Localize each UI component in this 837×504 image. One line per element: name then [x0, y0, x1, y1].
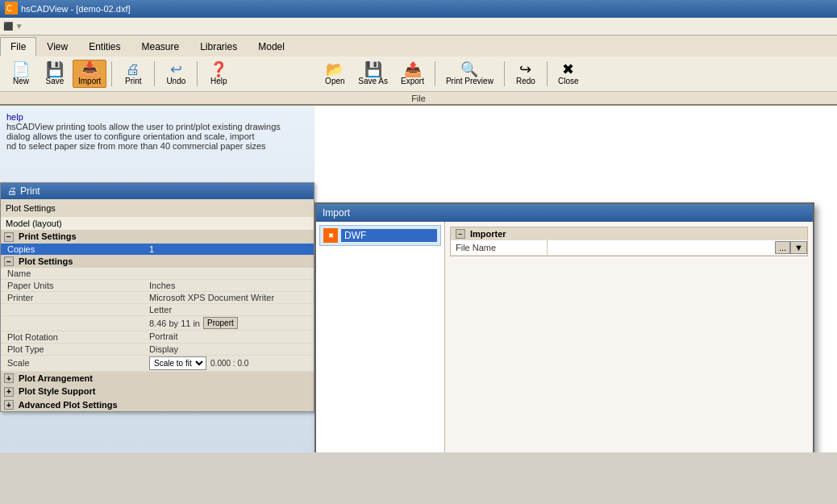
print-button[interactable]: 🖨 Print: [117, 60, 149, 88]
print-icon: 🖨: [126, 62, 140, 77]
paper-dim-row: 8.46 by 11 in Propert: [1, 316, 314, 331]
tab-file[interactable]: File: [0, 37, 36, 56]
paper-dim-empty: [1, 316, 146, 331]
advanced-plot-expand[interactable]: +: [4, 400, 14, 410]
ribbon: File View Entities Measure Libraries Mod…: [0, 35, 837, 106]
plot-arrangement-section: + Plot Arrangement: [1, 371, 314, 385]
window-title: hsCADView - [demo-02.dxf]: [21, 4, 131, 14]
tab-measure[interactable]: Measure: [131, 37, 190, 56]
import-icon: 📥: [81, 62, 98, 77]
filename-input[interactable]: [552, 243, 770, 252]
copies-row: Copies: [1, 244, 314, 255]
quick-access-icon: ⬛ ▼: [3, 22, 23, 31]
app-icon: C: [5, 2, 18, 16]
redo-icon: ↪: [519, 62, 531, 77]
scale-numbers: 0.000 : 0.0: [210, 359, 248, 368]
importer-collapse-btn[interactable]: −: [456, 229, 465, 239]
importer-section-header: − Importer: [451, 227, 807, 240]
save-icon: 💾: [46, 62, 64, 77]
advanced-plot-section: + Advanced Plot Settings: [1, 398, 314, 412]
print-preview-icon: 🔍: [460, 62, 478, 77]
printer-value: Microsoft XPS Document Writer: [146, 292, 314, 304]
print-dialog-title: 🖨 Print: [1, 183, 314, 199]
filename-extra-btn[interactable]: ▼: [790, 241, 807, 254]
printer-row: Printer Microsoft XPS Document Writer: [1, 292, 314, 304]
print-settings-expand[interactable]: −: [4, 232, 14, 242]
plot-style-label: Plot Style Support: [19, 386, 95, 396]
name-label: Name: [1, 268, 146, 280]
plot-style-expand[interactable]: +: [4, 387, 14, 397]
plot-style-section: + Plot Style Support: [1, 385, 314, 398]
filename-browse-btn[interactable]: ...: [775, 241, 790, 254]
help-link[interactable]: help: [6, 112, 308, 122]
dwf-label: DWF: [341, 229, 437, 242]
separator-5: [504, 61, 505, 86]
undo-icon: ↩: [170, 62, 182, 77]
scale-row: Scale Scale to fit 1:1 1:2 0.000 : 0.0: [1, 355, 314, 371]
plot-settings-expand[interactable]: −: [4, 256, 14, 266]
save-button[interactable]: 💾 Save: [39, 60, 71, 88]
redo-button[interactable]: ↪ Redo: [510, 60, 542, 88]
plot-type-row: Plot Type Display: [1, 343, 314, 355]
plot-type-value: Display: [146, 343, 314, 355]
tab-model[interactable]: Model: [248, 37, 295, 56]
import-dialog: Import ✖ DWF − Importer: [314, 202, 814, 452]
import-content-area: [450, 260, 808, 452]
plot-settings-value: Model (layout): [1, 217, 314, 230]
paper-size-value: Letter: [146, 304, 314, 316]
undo-button[interactable]: ↩ Undo: [160, 60, 192, 88]
filename-label: File Name: [451, 240, 548, 255]
print-preview-button[interactable]: 🔍 Print Preview: [440, 60, 499, 88]
separator-2: [154, 61, 155, 86]
dwf-icon: ✖: [323, 228, 338, 243]
properties-button[interactable]: Propert: [203, 317, 238, 329]
import-dialog-title: Import: [323, 207, 350, 219]
new-icon: 📄: [12, 62, 30, 77]
scale-dropdown[interactable]: Scale to fit 1:1 1:2: [149, 356, 206, 370]
separator-3: [197, 61, 198, 86]
ribbon-group-label: File: [0, 91, 837, 104]
scale-label: Scale: [1, 355, 146, 371]
help-button[interactable]: ❓ Help: [202, 60, 235, 88]
copies-input[interactable]: [149, 244, 181, 254]
name-value: [146, 268, 314, 280]
importer-label: Importer: [470, 229, 506, 239]
save-as-button[interactable]: 💾 Save As: [352, 60, 394, 88]
printer-label: Printer: [1, 292, 146, 304]
save-as-icon: 💾: [364, 62, 382, 77]
help-line2: hsCADView printing tools allow the user …: [6, 122, 308, 131]
separator-1: [111, 61, 112, 86]
paper-size-empty: [1, 304, 146, 316]
filename-value: [548, 240, 775, 255]
paper-units-value: Inches: [146, 280, 314, 292]
svg-text:C: C: [6, 4, 12, 13]
import-button[interactable]: 📥 Import: [73, 60, 106, 88]
close-button[interactable]: ✖ Close: [552, 60, 585, 88]
plot-rotation-label: Plot Rotation: [1, 331, 146, 343]
help-line3: dialog allows the user to configure orie…: [6, 131, 308, 141]
quick-access-toolbar: ⬛ ▼: [0, 18, 837, 35]
new-button[interactable]: 📄 New: [5, 60, 37, 88]
paper-units-label: Paper Units: [1, 280, 146, 292]
scale-value: Scale to fit 1:1 1:2 0.000 : 0.0: [146, 355, 314, 371]
plot-arrangement-expand[interactable]: +: [4, 373, 14, 383]
print-dialog: 🖨 Print Plot Settings Model (layout) − P…: [0, 182, 314, 412]
print-settings-label: Print Settings: [19, 231, 77, 241]
paper-dim-value: 8.46 by 11 in Propert: [146, 316, 314, 331]
export-button[interactable]: 📤 Export: [395, 60, 430, 88]
copies-label: Copies: [1, 244, 146, 255]
copies-value[interactable]: [146, 244, 314, 255]
tab-entities[interactable]: Entities: [78, 37, 131, 56]
separator-4: [435, 61, 435, 86]
plot-type-label: Plot Type: [1, 343, 146, 355]
tab-view[interactable]: View: [36, 37, 78, 56]
ribbon-tab-bar: File View Entities Measure Libraries Mod…: [0, 35, 837, 56]
dwf-file-type[interactable]: ✖ DWF: [319, 225, 441, 246]
close-icon: ✖: [562, 62, 574, 77]
plot-rotation-value: Portrait: [146, 331, 314, 343]
tab-libraries[interactable]: Libraries: [189, 37, 248, 56]
property-grid: − Print Settings Copies − Plot Settings: [1, 230, 314, 411]
title-bar: C hsCADView - [demo-02.dxf]: [0, 0, 837, 18]
paper-units-row: Paper Units Inches: [1, 280, 314, 292]
open-button[interactable]: 📂 Open: [319, 60, 351, 88]
